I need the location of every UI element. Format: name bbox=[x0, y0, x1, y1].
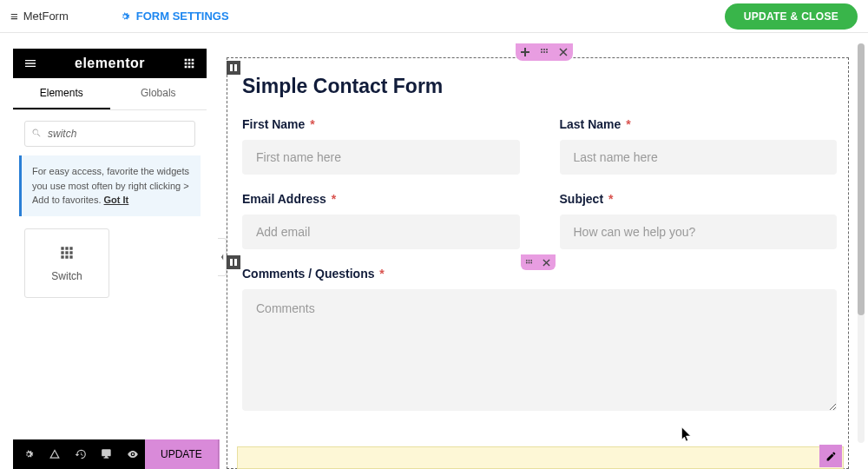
panel-tabs: Elements Globals bbox=[13, 78, 207, 110]
panel-footer: UPDATE bbox=[13, 439, 220, 469]
column-handle-2[interactable] bbox=[227, 255, 240, 269]
favorites-tip: For easy access, favorite the widgets yo… bbox=[19, 155, 201, 216]
pencil-icon bbox=[825, 451, 837, 462]
switch-widget-icon bbox=[58, 244, 76, 261]
svg-rect-14 bbox=[230, 259, 233, 266]
last-name-input[interactable] bbox=[560, 140, 838, 175]
subject-input[interactable] bbox=[560, 215, 838, 249]
elementor-logo: elementor bbox=[75, 56, 145, 71]
svg-point-10 bbox=[530, 259, 532, 261]
chevron-left-icon bbox=[220, 253, 225, 261]
form-settings-label: FORM SETTINGS bbox=[136, 10, 229, 23]
mouse-cursor bbox=[681, 427, 693, 446]
preview-icon[interactable] bbox=[121, 439, 145, 469]
svg-point-13 bbox=[530, 261, 532, 263]
navigator-icon[interactable] bbox=[43, 439, 67, 469]
tip-got-it[interactable]: Got It bbox=[104, 195, 129, 205]
scrollbar-thumb[interactable] bbox=[858, 43, 865, 315]
update-close-button[interactable]: UPDATE & CLOSE bbox=[725, 3, 858, 30]
responsive-icon[interactable] bbox=[95, 439, 119, 469]
gear-icon bbox=[119, 10, 131, 23]
svg-rect-15 bbox=[234, 259, 237, 266]
brand-text: MetForm bbox=[23, 10, 69, 23]
email-input[interactable] bbox=[242, 215, 520, 249]
panel-collapse-toggle[interactable] bbox=[218, 238, 227, 276]
svg-point-2 bbox=[546, 49, 548, 50]
svg-point-3 bbox=[541, 51, 542, 53]
widget-switch[interactable]: Switch bbox=[24, 228, 109, 298]
subject-label: Subject * bbox=[560, 192, 838, 206]
email-label: Email Address * bbox=[242, 192, 520, 206]
elementor-e-icon: ≡ bbox=[10, 9, 18, 23]
widget-switch-label: Switch bbox=[51, 270, 82, 282]
metform-brand[interactable]: ≡ MetForm bbox=[10, 9, 69, 23]
form-title: Simple Contact Form bbox=[242, 75, 837, 98]
hamburger-icon[interactable] bbox=[22, 55, 39, 72]
history-icon[interactable] bbox=[69, 439, 93, 469]
tab-globals[interactable]: Globals bbox=[110, 78, 207, 109]
svg-point-8 bbox=[526, 259, 528, 261]
section-delete-button[interactable] bbox=[554, 43, 573, 61]
svg-point-0 bbox=[541, 49, 542, 50]
section-drag-handle[interactable] bbox=[535, 43, 554, 61]
panel-header: elementor bbox=[13, 49, 207, 78]
inner-section-handles bbox=[521, 254, 556, 270]
top-bar: ≡ MetForm FORM SETTINGS UPDATE & CLOSE bbox=[0, 0, 868, 33]
settings-icon[interactable] bbox=[16, 439, 41, 469]
tab-elements[interactable]: Elements bbox=[13, 78, 110, 109]
comments-textarea[interactable] bbox=[242, 289, 837, 411]
edit-widget-button[interactable] bbox=[819, 445, 842, 467]
scrollbar[interactable] bbox=[858, 43, 865, 443]
svg-point-1 bbox=[543, 49, 545, 50]
inner-section-drag-handle[interactable] bbox=[521, 254, 538, 270]
section-add-button[interactable] bbox=[516, 43, 535, 61]
column-handle-1[interactable] bbox=[227, 61, 240, 75]
widget-search-input[interactable] bbox=[24, 121, 195, 147]
first-name-label: First Name * bbox=[242, 117, 520, 131]
svg-point-9 bbox=[529, 259, 530, 261]
svg-point-12 bbox=[529, 261, 530, 263]
inner-section-delete-button[interactable] bbox=[538, 254, 556, 270]
svg-point-11 bbox=[526, 261, 528, 263]
panel-update-button[interactable]: UPDATE bbox=[145, 439, 218, 469]
editor-canvas[interactable]: Simple Contact Form First Name * Last Na… bbox=[220, 33, 868, 469]
svg-rect-7 bbox=[234, 64, 237, 71]
apps-grid-icon[interactable] bbox=[181, 55, 198, 72]
first-name-input[interactable] bbox=[242, 140, 520, 175]
notice-strip bbox=[237, 446, 844, 469]
svg-point-4 bbox=[543, 51, 545, 53]
form-settings-link[interactable]: FORM SETTINGS bbox=[119, 10, 229, 23]
elementor-panel: elementor Elements Globals For easy acce… bbox=[0, 33, 220, 469]
svg-point-5 bbox=[546, 51, 548, 53]
svg-rect-6 bbox=[230, 64, 233, 71]
last-name-label: Last Name * bbox=[560, 117, 838, 131]
search-icon bbox=[31, 128, 42, 138]
section-handles bbox=[516, 43, 573, 61]
